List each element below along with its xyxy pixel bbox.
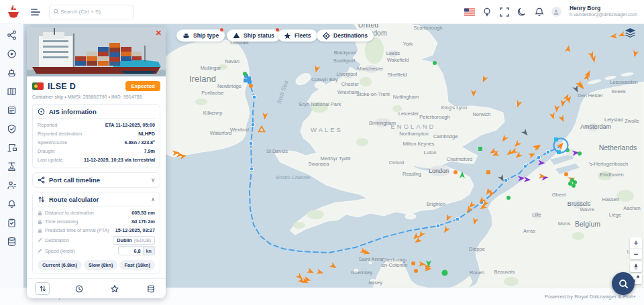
ship-marker[interactable] [433,61,437,65]
map-label: Netherlands [599,143,637,151]
route-waypoint[interactable] [504,178,508,182]
ship-marker[interactable] [486,170,490,174]
speed-slow-button[interactable]: Slow (8kn) [84,260,118,270]
filter-fleets[interactable]: Fleets [278,29,317,42]
ship-marker[interactable] [411,261,415,265]
tab-data[interactable] [144,283,158,294]
close-icon[interactable]: ✕ [156,29,162,37]
ship-photo: ✕ [27,27,166,76]
route-waypoint[interactable] [537,156,541,160]
tab-route-calculator[interactable] [35,282,50,295]
ais-title: AIS information [49,108,97,115]
port-call-card: Port call timeline ∨ [32,172,160,188]
app-logo-ship-icon[interactable] [5,4,21,20]
map-label: Wexford [230,127,249,133]
map-layers-icon[interactable] [625,27,636,38]
filter-ship-type[interactable]: Ship type [176,29,225,42]
fullscreen-icon[interactable] [499,7,510,17]
tab-favorites[interactable] [108,283,121,294]
ais-header[interactable]: AIS information [38,108,155,115]
language-us-flag-icon[interactable] [464,7,475,17]
route-waypoint[interactable] [455,217,460,221]
ship-marker[interactable] [564,172,568,176]
ship-subtitle: Container ship • MMSI: 255802790 • IMO: … [27,93,166,104]
chevron-up-icon[interactable]: ∧ [151,196,155,202]
destination-select[interactable]: Dublin (IEDUB) [113,236,155,245]
ais-row: Draught7.9m [38,147,155,156]
map-label: Saint Anne [359,256,383,262]
database-icon[interactable] [7,237,17,247]
map-label: Chester [341,81,360,87]
crane-hook-icon[interactable] [7,162,17,172]
map-label: Navan [225,58,239,64]
users-gear-icon[interactable] [7,180,17,190]
filter-ship-status[interactable]: Ship status [227,29,280,42]
speed-fast-button[interactable]: Fast (18kn) [119,260,155,270]
map-search-button[interactable] [612,272,635,295]
route-waypoint[interactable] [523,164,527,168]
ship-marker[interactable] [506,196,511,200]
dark-mode-moon-icon[interactable] [517,7,527,17]
map-label: Wavre [580,206,594,212]
bell-icon[interactable] [7,199,17,209]
news-icon[interactable] [7,105,17,115]
left-nav-rail [0,23,23,288]
lightbulb-icon[interactable] [482,7,492,17]
route-calc-header[interactable]: Route calculator ∧ [38,196,155,203]
speed-input[interactable] [118,246,144,255]
search-icon [54,9,59,15]
port-call-header[interactable]: Port call timeline ∨ [38,176,155,184]
map-label: Stoke-on-Trent [356,91,390,97]
map-label: Belgium [575,220,600,228]
map-label: Sneek [611,88,626,95]
filter-destinations[interactable]: Destinations [317,29,374,42]
chevron-down-icon[interactable]: ∨ [151,177,155,183]
ais-row: Last update11-12-2025, 10:23 via terrest… [38,156,155,164]
status-badge[interactable]: Expected [125,81,160,91]
ship-marker[interactable] [578,151,582,156]
ship-detail-panel: ✕ ILSE D Expected Container ship • MMSI:… [27,27,166,298]
route-waypoint[interactable] [250,167,254,171]
route-waypoint[interactable] [249,141,253,145]
map-label: Kilkenny [203,110,223,116]
ship-marker[interactable] [442,270,448,276]
route-waypoint[interactable] [436,224,440,228]
search-box[interactable] [49,5,133,19]
notifications-bell-icon[interactable] [534,7,545,17]
vessel-icon[interactable] [7,68,17,78]
timeline-icon [38,176,45,184]
ship-marker[interactable] [478,147,482,151]
ship-marker[interactable] [414,269,418,273]
user-meta[interactable]: Henry Borg h.vanderborg@dirkzwager.com [570,5,637,17]
menu-hamburger-icon[interactable] [31,8,41,16]
compass-reset-button[interactable] [630,261,642,272]
radar-icon[interactable] [7,49,17,59]
map-label: Ghent [552,192,566,198]
ship-marker[interactable] [249,84,253,88]
zoom-in-button[interactable]: + [630,237,642,248]
ship-marker[interactable] [248,80,252,84]
map-label: Mullingar [201,65,221,71]
ship-marker[interactable] [572,184,576,188]
map-icon[interactable] [7,86,17,97]
avatar[interactable] [551,7,561,17]
speed-current-button[interactable]: Current (6.8kn) [38,260,82,270]
port-crane-icon[interactable] [7,143,17,153]
shield-check-icon[interactable] [7,124,17,134]
zoom-out-button[interactable]: − [630,248,642,259]
clipboard-check-icon[interactable] [7,218,17,228]
ship-marker[interactable] [243,72,247,76]
tab-history[interactable] [72,283,86,294]
port-call-title: Port call timeline [49,176,100,184]
map-label: Beauvais [494,269,515,275]
ais-row: Reported destinationNLHPD [38,129,155,138]
ship-marker[interactable] [244,78,248,82]
ship-marker[interactable] [453,170,458,174]
route-waypoint[interactable] [546,150,550,154]
route-waypoint[interactable] [252,95,256,99]
search-input[interactable] [59,8,129,15]
ship-marker[interactable] [568,182,572,186]
route-waypoint[interactable] [251,123,255,127]
share-nodes-icon[interactable] [7,30,17,40]
map-label: Luton [424,149,437,156]
